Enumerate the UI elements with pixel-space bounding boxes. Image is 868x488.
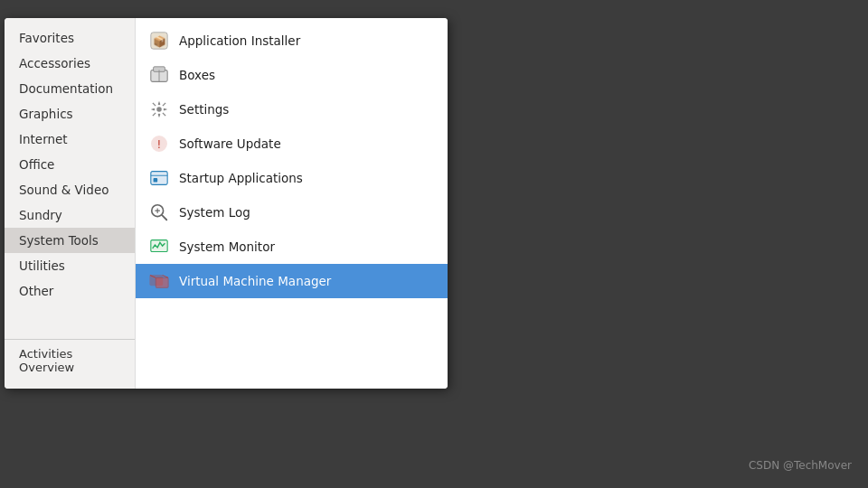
app-item-virt[interactable]: Virtual Machine Manager — [136, 264, 448, 298]
software-update-icon: ! — [148, 133, 170, 155]
category-graphics[interactable]: Graphics — [5, 101, 135, 127]
activities-overview[interactable]: Activities Overview — [5, 339, 135, 381]
app-item-startup[interactable]: Startup Applications — [136, 161, 448, 195]
sysmon-icon — [148, 236, 170, 258]
category-favorites[interactable]: Favorites — [5, 25, 135, 51]
category-utilities[interactable]: Utilities — [5, 253, 135, 278]
svg-rect-15 — [151, 240, 167, 252]
svg-point-5 — [156, 107, 162, 112]
boxes-label: Boxes — [179, 68, 215, 82]
virt-icon — [148, 270, 170, 292]
startup-label: Startup Applications — [179, 171, 303, 185]
category-accessories[interactable]: Accessories — [5, 51, 135, 76]
svg-text:!: ! — [157, 138, 162, 151]
svg-line-12 — [162, 215, 166, 220]
app-item-installer[interactable]: 📦 Application Installer — [136, 23, 448, 58]
left-spacer — [5, 304, 135, 339]
app-menu: Favorites Accessories Documentation Grap… — [5, 18, 448, 389]
category-documentation[interactable]: Documentation — [5, 76, 135, 101]
svg-rect-8 — [151, 172, 167, 185]
app-item-syslog[interactable]: System Log — [136, 195, 448, 230]
svg-rect-10 — [154, 178, 158, 183]
category-sound-video[interactable]: Sound & Video — [5, 177, 135, 202]
startup-icon — [148, 167, 170, 189]
svg-rect-17 — [156, 277, 168, 287]
category-office[interactable]: Office — [5, 152, 135, 177]
boxes-icon — [148, 64, 170, 86]
svg-text:📦: 📦 — [153, 34, 166, 48]
app-item-boxes[interactable]: Boxes — [136, 58, 448, 92]
app-item-settings[interactable]: Settings — [136, 92, 448, 127]
app-item-software-update[interactable]: ! Software Update — [136, 127, 448, 161]
settings-label: Settings — [179, 102, 229, 117]
category-other[interactable]: Other — [5, 278, 135, 304]
installer-label: Application Installer — [179, 33, 300, 48]
syslog-label: System Log — [179, 205, 250, 220]
installer-icon: 📦 — [148, 30, 170, 52]
software-update-label: Software Update — [179, 136, 281, 151]
category-sundry[interactable]: Sundry — [5, 202, 135, 228]
app-item-sysmon[interactable]: System Monitor — [136, 230, 448, 264]
syslog-icon — [148, 202, 170, 223]
settings-icon — [148, 99, 170, 120]
category-panel: Favorites Accessories Documentation Grap… — [5, 18, 136, 389]
virt-label: Virtual Machine Manager — [179, 274, 331, 288]
category-internet[interactable]: Internet — [5, 127, 135, 152]
sysmon-label: System Monitor — [179, 239, 275, 254]
watermark: CSDN @TechMover — [749, 459, 852, 472]
category-system-tools[interactable]: System Tools — [5, 228, 135, 253]
app-list-panel: 📦 Application Installer Boxes — [136, 18, 448, 389]
